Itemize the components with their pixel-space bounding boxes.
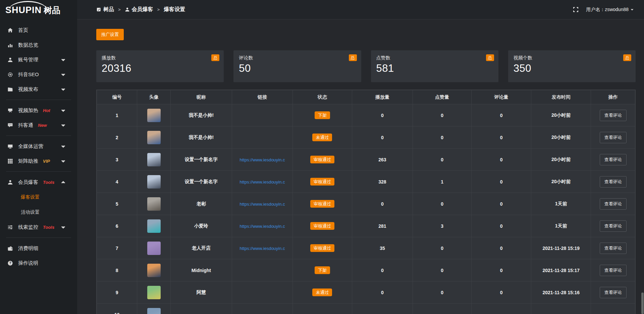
sidebar-item-member-baoke[interactable]: 会员爆客Tools [0, 175, 77, 190]
cell-link [232, 259, 292, 281]
avatar[interactable] [147, 264, 161, 277]
cell-avatar [137, 259, 171, 281]
promo-settings-button[interactable]: 推广设置 [96, 29, 124, 40]
sidebar-item-label: 抖音SEO [18, 71, 39, 78]
table-row: 6小爱玲https://www.iesdouyin.c审核通过281301天前查… [97, 215, 635, 237]
avatar[interactable] [147, 219, 161, 233]
table-row: 1我不是小帅!下架00020小时前查看评论 [97, 104, 635, 126]
cell-actions: 查看评论 [591, 104, 635, 126]
sidebar-item-label: 会员爆客 [18, 179, 38, 186]
breadcrumb-item-member-baoke[interactable]: 会员爆客 [125, 6, 153, 13]
logo[interactable]: SHUPIN树品 [0, 0, 77, 19]
cell-nickname: 老人开店 [170, 237, 232, 259]
cell-id: 6 [97, 215, 137, 237]
breadcrumb-label: 爆客设置 [164, 6, 185, 13]
sidebar-subitem-baoke-settings[interactable]: 爆客设置 [0, 190, 77, 205]
column-header: 状态 [293, 90, 352, 104]
avatar[interactable] [147, 109, 161, 122]
heat-icon [7, 108, 13, 113]
sidebar-item-account-manage[interactable]: 账号管理 [0, 52, 77, 67]
view-comments-button[interactable]: 查看评论 [600, 132, 627, 143]
cell-id: 3 [97, 149, 137, 171]
scrollbar-thumb[interactable] [641, 293, 644, 314]
sidebar-item-video-publish[interactable]: 视频发布 [0, 82, 77, 97]
view-comments-button[interactable]: 查看评论 [600, 265, 627, 276]
cell-status [293, 304, 352, 314]
cell-publish-time: 2021-11-28 15:19 [531, 237, 591, 259]
cell-publish-time: 20小时前 [531, 149, 591, 171]
cell-id: 4 [97, 171, 137, 193]
video-link[interactable]: https://www.iesdouyin.c [239, 246, 285, 251]
cell-link [232, 281, 292, 304]
sidebar-item-all-media-operation[interactable]: 全媒体运营 [0, 139, 77, 154]
column-header: 发布时间 [531, 90, 591, 104]
cell-likes: 3 [413, 215, 472, 237]
cell-plays: 0 [352, 104, 413, 126]
column-header: 链接 [232, 90, 292, 104]
table-row: 9阿慧未通过0002021-11-28 15:16查看评论 [97, 281, 635, 304]
video-link[interactable]: https://www.iesdouyin.c [239, 224, 285, 229]
view-comments-button[interactable]: 查看评论 [600, 198, 627, 210]
cell-avatar [137, 304, 171, 314]
cell-comments: 0 [472, 215, 531, 237]
video-link[interactable]: https://www.iesdouyin.c [239, 202, 285, 207]
cell-likes: 0 [413, 193, 472, 215]
stat-value: 350 [514, 62, 630, 74]
sidebar-item-operation-guide[interactable]: ?操作说明 [0, 256, 77, 270]
sidebar-item-data-overview[interactable]: 数据总览 [0, 38, 77, 52]
cell-plays: 0 [352, 281, 413, 304]
cell-link: https://www.iesdouyin.c [232, 171, 292, 193]
cell-status: 审核通过 [293, 193, 352, 215]
cell-likes: 0 [413, 104, 472, 126]
video-link[interactable]: https://www.iesdouyin.c [239, 179, 285, 185]
sidebar-item-consume-detail[interactable]: 消费明细 [0, 241, 77, 256]
topbar: 树品 > 会员爆客 > 爆客设置 用户名：zswodun88 [77, 0, 644, 19]
sidebar-item-tag: Tools [43, 180, 54, 185]
cell-comments: 0 [472, 149, 531, 171]
view-comments-button[interactable]: 查看评论 [600, 176, 627, 188]
avatar[interactable] [147, 242, 161, 255]
column-header: 操作 [591, 90, 635, 104]
main-area: 树品 > 会员爆客 > 爆客设置 用户名：zswodun88 [77, 0, 644, 314]
table-row: 8Midnight下架0002021-11-28 15:17查看评论 [97, 259, 635, 281]
status-badge: 审核通过 [310, 178, 334, 186]
sidebar-subitem-activity-settings[interactable]: 活动设置 [0, 205, 77, 220]
cell-link [232, 304, 292, 314]
cell-likes: 0 [413, 126, 472, 149]
avatar[interactable] [147, 153, 161, 166]
status-badge: 下架 [315, 266, 330, 274]
avatar[interactable] [147, 197, 161, 211]
cell-id: 1 [97, 104, 137, 126]
view-comments-button[interactable]: 查看评论 [600, 154, 627, 165]
sidebar-item-home[interactable]: 首页 [0, 23, 77, 38]
sidebar-item-matrix-boost[interactable]: 矩阵助推VIP [0, 154, 77, 168]
cell-publish-time: 20小时前 [531, 171, 591, 193]
sidebar-item-tag: New [38, 123, 47, 128]
sidebar-item-label: 矩阵助推 [18, 158, 38, 164]
sidebar-item-tag: Hot [43, 108, 50, 113]
total-badge: 总 [486, 54, 494, 61]
video-link[interactable]: https://www.iesdouyin.c [239, 157, 285, 162]
view-comments-button[interactable]: 查看评论 [600, 220, 627, 232]
sidebar-item-douketong[interactable]: 抖客通New [0, 118, 77, 133]
sidebar-item-label: 数据总览 [18, 42, 38, 48]
avatar[interactable] [147, 308, 161, 314]
sidebar-item-clue-monitor[interactable]: 线索监控Tools [0, 220, 77, 234]
avatar[interactable] [147, 175, 161, 189]
view-comments-button[interactable]: 查看评论 [600, 243, 627, 254]
sidebar-item-video-heat[interactable]: 视频加热Hot [0, 103, 77, 118]
stat-value: 20316 [102, 62, 218, 74]
view-comments-button[interactable]: 查看评论 [600, 110, 627, 121]
home-icon [7, 28, 13, 33]
sidebar-item-label: 视频加热 [18, 107, 38, 114]
fullscreen-icon[interactable] [573, 7, 579, 12]
cell-avatar [137, 126, 171, 149]
breadcrumb-item-shupin[interactable]: 树品 [96, 6, 114, 13]
avatar[interactable] [147, 131, 161, 144]
sidebar-item-douyin-seo[interactable]: 抖音SEO [0, 67, 77, 82]
user-menu[interactable]: 用户名：zswodun88 [586, 7, 634, 13]
cell-actions: 查看评论 [591, 237, 635, 259]
avatar[interactable] [147, 286, 161, 299]
view-comments-button[interactable]: 查看评论 [600, 287, 627, 298]
column-header: 头像 [137, 90, 171, 104]
